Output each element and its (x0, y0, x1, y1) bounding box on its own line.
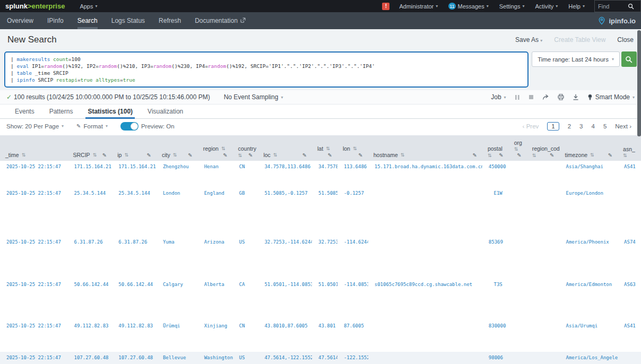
cell-timezone[interactable]: Asia/Shanghai (560, 161, 618, 187)
cell-org[interactable] (509, 161, 527, 187)
column-header-region[interactable]: region⇅✎ (198, 135, 233, 161)
tab-statistics-100[interactable]: Statistics (100) (80, 105, 140, 118)
cell-loc[interactable]: 32.7253,-114.6244 (258, 236, 312, 279)
page-button-3[interactable]: 3 (579, 123, 583, 129)
cell-srcip[interactable]: 171.15.164.21 (68, 161, 112, 187)
cell-loc[interactable]: 47.5614,-122.1552 (258, 352, 312, 364)
cell-time[interactable]: 2025-10-25 22:15:47 (0, 320, 68, 352)
cell-timezone[interactable]: America/Phoenix (560, 236, 618, 279)
cell-region[interactable]: England (198, 187, 233, 236)
cell-timezone[interactable]: Asia/Urumqi (560, 320, 618, 352)
stop-job-button[interactable] (529, 94, 534, 100)
cell-postal[interactable]: 450000 (482, 161, 509, 187)
edit-column-icon[interactable]: ✎ (517, 152, 521, 158)
cell-city[interactable]: Yuma (157, 236, 198, 279)
cell-hostname[interactable] (368, 236, 482, 279)
cell-city[interactable]: Bellevue (157, 352, 198, 364)
column-header-time[interactable]: _time⇅ (0, 135, 68, 161)
column-header-srcip[interactable]: SRCIP⇅✎ (68, 135, 112, 161)
column-header-asn[interactable]: asn_⇅ (618, 135, 641, 161)
save-as-button[interactable]: Save As ▾ (515, 36, 542, 44)
cell-country[interactable]: GB (233, 187, 258, 236)
column-header-timezone[interactable]: timezone⇅✎ (560, 135, 618, 161)
cell-lat[interactable]: 51.5085 (312, 187, 337, 236)
tab-visualization[interactable]: Visualization (140, 105, 190, 118)
cell-ip[interactable]: 50.66.142.44 (112, 279, 157, 320)
nav-item-documentation[interactable]: Documentation (188, 12, 253, 29)
cell-region[interactable]: Alberta (198, 279, 233, 320)
cell-loc[interactable]: 51.0501,-114.0853 (258, 279, 312, 320)
cell-region[interactable]: Arizona (198, 236, 233, 279)
cell-loc[interactable]: 34.7578,113.6486 (258, 161, 312, 187)
print-button[interactable] (558, 94, 564, 100)
edit-column-icon[interactable]: ✎ (550, 152, 554, 158)
settings-menu[interactable]: Settings▾ (494, 0, 530, 12)
nav-item-ipinfo[interactable]: IPinfo (40, 12, 71, 29)
create-table-view-button[interactable]: Create Table View (554, 36, 605, 44)
edit-column-icon[interactable]: ✎ (328, 152, 332, 158)
cell-timezone[interactable]: America/Edmonton (560, 279, 618, 320)
cell-loc[interactable]: 51.5085,-0.1257 (258, 187, 312, 236)
pause-job-button[interactable] (515, 94, 520, 100)
cell-org[interactable] (509, 236, 527, 279)
column-header-loc[interactable]: loc⇅✎ (258, 135, 312, 161)
column-header-lon[interactable]: lon⇅✎ (337, 135, 368, 161)
apps-menu[interactable]: Apps▾ (74, 0, 102, 12)
cell-hostname[interactable]: 15.171.broad.ha.dynamic.163data.com.cn (368, 161, 482, 187)
cell-time[interactable]: 2025-10-25 22:15:47 (0, 352, 68, 364)
column-header-country[interactable]: country⇅✎ (233, 135, 258, 161)
cell-asn[interactable] (618, 187, 641, 236)
find-input[interactable] (595, 3, 628, 10)
cell-lat[interactable]: 43.801 (312, 320, 337, 352)
edit-column-icon[interactable]: ✎ (223, 152, 227, 158)
column-header-city[interactable]: city⇅✎ (157, 135, 198, 161)
share-job-button[interactable] (542, 94, 549, 100)
cell-city[interactable]: Calgary (157, 279, 198, 320)
column-header-lat[interactable]: lat⇅✎ (312, 135, 337, 161)
cell-lat[interactable]: 34.7578 (312, 161, 337, 187)
cell-hostname[interactable] (368, 320, 482, 352)
cell-lon[interactable]: -0.1257 (337, 187, 368, 236)
cell-asn[interactable] (618, 352, 641, 364)
column-header-region-code[interactable]: region_code⇅✎ (527, 135, 560, 161)
cell-lat[interactable]: 47.5614 (312, 352, 337, 364)
activity-menu[interactable]: Activity▾ (530, 0, 564, 12)
page-button-5[interactable]: 5 (603, 123, 607, 129)
cell-asn[interactable]: AS74 (618, 236, 641, 279)
cell-timezone[interactable]: America/Los_Angeles (560, 352, 618, 364)
cell-lon[interactable]: -114.0853 (337, 279, 368, 320)
cell-lon[interactable]: -114.6244 (337, 236, 368, 279)
cell-org[interactable] (509, 187, 527, 236)
cell-srcip[interactable]: 6.31.87.26 (68, 236, 112, 279)
cell-region-code[interactable] (527, 320, 560, 352)
cell-srcip[interactable]: 50.66.142.44 (68, 279, 112, 320)
tab-events[interactable]: Events (7, 105, 42, 118)
cell-srcip[interactable]: 49.112.82.83 (68, 320, 112, 352)
cell-city[interactable]: London (157, 187, 198, 236)
cell-city[interactable]: Zhengzhou (157, 161, 198, 187)
search-query-input[interactable]: | makeresults count=100| eval IP1=random… (4, 51, 529, 88)
nav-item-refresh[interactable]: Refresh (152, 12, 188, 29)
event-sampling-menu[interactable]: No Event Sampling▾ (224, 93, 283, 101)
cell-postal[interactable]: T3S (482, 279, 509, 320)
edit-column-icon[interactable]: ✎ (102, 152, 107, 158)
cell-time[interactable]: 2025-10-25 22:15:47 (0, 161, 68, 187)
next-page-button[interactable]: Next › (615, 123, 631, 129)
nav-item-logs-status[interactable]: Logs Status (105, 12, 152, 29)
prev-page-button[interactable]: ‹ Prev (523, 123, 539, 129)
format-menu[interactable]: ✎Format▾ (76, 123, 108, 129)
tab-patterns[interactable]: Patterns (42, 105, 81, 118)
cell-lat[interactable]: 51.0501 (312, 279, 337, 320)
nav-item-overview[interactable]: Overview (0, 12, 40, 29)
smart-mode-menu[interactable]: Smart Mode▾ (587, 93, 635, 101)
edit-column-icon[interactable]: ✎ (358, 152, 362, 158)
cell-srcip[interactable]: 107.27.60.48 (68, 352, 112, 364)
cell-region[interactable]: Henan (198, 161, 233, 187)
splunk-logo[interactable]: splunk>enterprise (5, 2, 65, 10)
edit-column-icon[interactable]: ✎ (472, 152, 477, 158)
close-button[interactable]: Close (617, 36, 634, 44)
job-menu[interactable]: Job▾ (491, 93, 506, 101)
page-button-1[interactable]: 1 (547, 122, 559, 131)
cell-country[interactable]: CN (233, 161, 258, 187)
cell-hostname[interactable] (368, 187, 482, 236)
